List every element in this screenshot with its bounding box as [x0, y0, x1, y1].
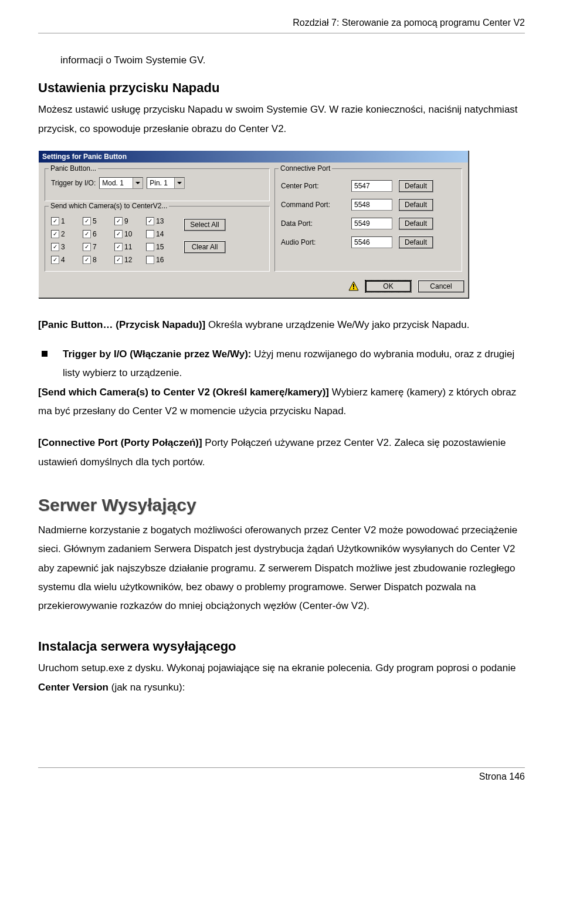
cancel-button[interactable]: Cancel — [418, 280, 464, 293]
heading-panic-settings: Ustawienia przycisku Napadu — [38, 80, 525, 96]
camera-checkbox-4[interactable]: ✓4 — [51, 256, 80, 264]
header-rule — [38, 33, 525, 33]
desc-panic: [Panic Button… (Przycisk Napadu)] Określ… — [38, 316, 525, 334]
intro-text: informacji o Twoim Systemie GV. — [60, 51, 525, 70]
camera-checkbox-8[interactable]: ✓8 — [83, 256, 112, 264]
heading-serwer: Serwer Wysyłający — [38, 495, 525, 515]
port-label: Center Port: — [281, 182, 345, 190]
desc-trigger-bullet: Trigger by I/O (Włączanie przez We/Wy): … — [38, 345, 525, 383]
chevron-down-icon — [133, 178, 143, 188]
group-panic-button: Panic Button... Trigger by I/O: Mod. 1 P… — [45, 168, 270, 201]
port-label: Data Port: — [281, 219, 345, 228]
trigger-label: Trigger by I/O: — [51, 179, 96, 187]
panic-paragraph: Możesz ustawić usługę przycisku Napadu w… — [38, 100, 525, 138]
camera-checkbox-3[interactable]: ✓3 — [51, 243, 80, 251]
port-label: Command Port: — [281, 201, 345, 209]
group-send-cameras: Send which Camera(s) to CenterV2... ✓1✓5… — [45, 206, 270, 272]
page-footer: Strona 146 — [38, 767, 525, 782]
desc-send: [Send which Camera(s) to Center V2 (Okre… — [38, 383, 525, 421]
camera-checkbox-2[interactable]: ✓2 — [51, 230, 80, 238]
port-input[interactable]: 5548 — [351, 199, 392, 211]
dialog-titlebar: Settings for Panic Button — [39, 151, 468, 163]
port-input[interactable]: 5546 — [351, 236, 392, 248]
port-label: Audio Port: — [281, 238, 345, 246]
page-header: Rozdział 7: Sterowanie za pomocą program… — [38, 18, 525, 28]
default-button[interactable]: Default — [398, 217, 433, 230]
camera-checkbox-1[interactable]: ✓1 — [51, 217, 80, 225]
chevron-down-icon — [174, 178, 184, 188]
camera-checkbox-9[interactable]: ✓9 — [114, 217, 144, 225]
group-connective-port: Connective Port Center Port:5547DefaultC… — [274, 168, 462, 272]
clear-all-button[interactable]: Clear All — [184, 241, 226, 253]
camera-checkbox-15[interactable]: 15 — [146, 243, 175, 251]
camera-checkbox-16[interactable]: 16 — [146, 256, 175, 264]
port-input[interactable]: 5549 — [351, 218, 392, 229]
default-button[interactable]: Default — [398, 198, 433, 211]
port-input[interactable]: 5547 — [351, 180, 392, 192]
heading-install: Instalacja serwera wysyłającego — [38, 639, 525, 654]
module-dropdown[interactable]: Mod. 1 — [99, 177, 143, 189]
group-panic-legend: Panic Button... — [49, 164, 98, 172]
pin-dropdown[interactable]: Pin. 1 — [147, 177, 185, 189]
install-paragraph: Uruchom setup.exe z dysku. Wykonaj pojaw… — [38, 659, 525, 697]
select-all-button[interactable]: Select All — [184, 218, 226, 231]
camera-checkbox-11[interactable]: ✓11 — [114, 243, 144, 251]
camera-checkbox-6[interactable]: ✓6 — [83, 230, 112, 238]
camera-checkbox-12[interactable]: ✓12 — [114, 256, 144, 264]
group-port-legend: Connective Port — [279, 164, 332, 172]
camera-checkbox-10[interactable]: ✓10 — [114, 230, 144, 238]
camera-checkbox-7[interactable]: ✓7 — [83, 243, 112, 251]
serwer-paragraph: Nadmierne korzystanie z bogatych możliwo… — [38, 521, 525, 615]
warning-icon — [348, 281, 359, 292]
camera-checkbox-5[interactable]: ✓5 — [83, 217, 112, 225]
camera-checkbox-14[interactable]: 14 — [146, 230, 175, 238]
group-send-legend: Send which Camera(s) to CenterV2... — [49, 202, 169, 210]
svg-rect-2 — [353, 288, 354, 289]
desc-port: [Connective Port (Porty Połączeń)] Porty… — [38, 434, 525, 472]
camera-checkbox-13[interactable]: ✓13 — [146, 217, 175, 225]
default-button[interactable]: Default — [398, 180, 433, 192]
svg-rect-1 — [353, 284, 354, 287]
panic-settings-dialog: Settings for Panic Button Panic Button..… — [38, 150, 469, 298]
default-button[interactable]: Default — [398, 236, 433, 249]
ok-button[interactable]: OK — [365, 280, 412, 293]
